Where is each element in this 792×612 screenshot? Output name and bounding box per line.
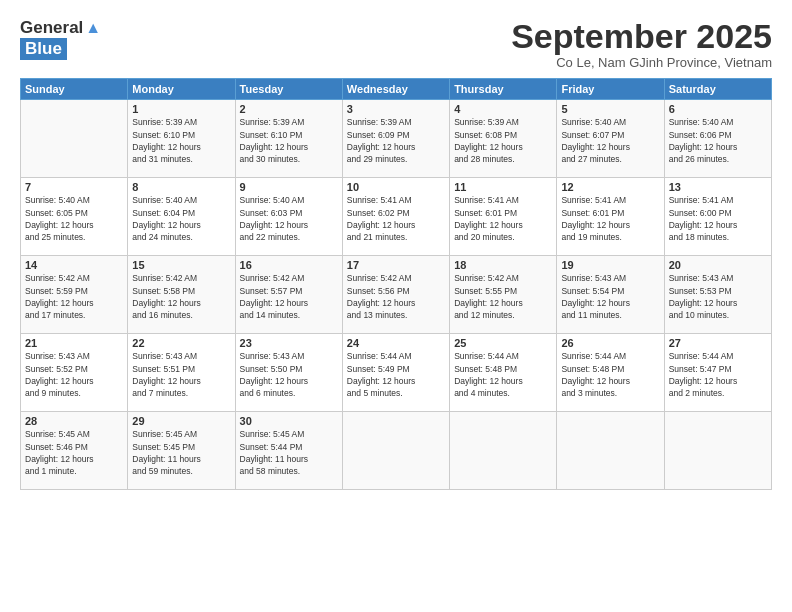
day-number: 20	[669, 259, 767, 271]
subtitle: Co Le, Nam GJinh Province, Vietnam	[511, 55, 772, 70]
day-number: 17	[347, 259, 445, 271]
day-info: Sunrise: 5:40 AM Sunset: 6:05 PM Dayligh…	[25, 194, 123, 243]
day-number: 24	[347, 337, 445, 349]
day-number: 18	[454, 259, 552, 271]
logo-bird-icon: ▲	[85, 19, 101, 37]
day-number: 27	[669, 337, 767, 349]
col-friday: Friday	[557, 79, 664, 100]
day-info: Sunrise: 5:45 AM Sunset: 5:45 PM Dayligh…	[132, 428, 230, 477]
col-sunday: Sunday	[21, 79, 128, 100]
day-cell	[557, 412, 664, 490]
day-number: 25	[454, 337, 552, 349]
day-info: Sunrise: 5:43 AM Sunset: 5:52 PM Dayligh…	[25, 350, 123, 399]
day-cell: 20Sunrise: 5:43 AM Sunset: 5:53 PM Dayli…	[664, 256, 771, 334]
day-info: Sunrise: 5:42 AM Sunset: 5:55 PM Dayligh…	[454, 272, 552, 321]
day-cell: 30Sunrise: 5:45 AM Sunset: 5:44 PM Dayli…	[235, 412, 342, 490]
day-info: Sunrise: 5:41 AM Sunset: 6:00 PM Dayligh…	[669, 194, 767, 243]
day-number: 30	[240, 415, 338, 427]
day-number: 10	[347, 181, 445, 193]
day-info: Sunrise: 5:39 AM Sunset: 6:10 PM Dayligh…	[132, 116, 230, 165]
day-number: 7	[25, 181, 123, 193]
day-cell: 24Sunrise: 5:44 AM Sunset: 5:49 PM Dayli…	[342, 334, 449, 412]
day-cell: 29Sunrise: 5:45 AM Sunset: 5:45 PM Dayli…	[128, 412, 235, 490]
day-cell: 28Sunrise: 5:45 AM Sunset: 5:46 PM Dayli…	[21, 412, 128, 490]
day-number: 26	[561, 337, 659, 349]
day-info: Sunrise: 5:42 AM Sunset: 5:57 PM Dayligh…	[240, 272, 338, 321]
day-number: 15	[132, 259, 230, 271]
day-cell: 13Sunrise: 5:41 AM Sunset: 6:00 PM Dayli…	[664, 178, 771, 256]
day-cell: 26Sunrise: 5:44 AM Sunset: 5:48 PM Dayli…	[557, 334, 664, 412]
day-info: Sunrise: 5:43 AM Sunset: 5:54 PM Dayligh…	[561, 272, 659, 321]
day-cell: 9Sunrise: 5:40 AM Sunset: 6:03 PM Daylig…	[235, 178, 342, 256]
day-cell: 14Sunrise: 5:42 AM Sunset: 5:59 PM Dayli…	[21, 256, 128, 334]
day-number: 21	[25, 337, 123, 349]
day-cell: 10Sunrise: 5:41 AM Sunset: 6:02 PM Dayli…	[342, 178, 449, 256]
day-cell: 23Sunrise: 5:43 AM Sunset: 5:50 PM Dayli…	[235, 334, 342, 412]
day-cell: 6Sunrise: 5:40 AM Sunset: 6:06 PM Daylig…	[664, 100, 771, 178]
page: General ▲ Blue September 2025 Co Le, Nam…	[0, 0, 792, 612]
header-row: Sunday Monday Tuesday Wednesday Thursday…	[21, 79, 772, 100]
day-cell: 17Sunrise: 5:42 AM Sunset: 5:56 PM Dayli…	[342, 256, 449, 334]
day-cell: 5Sunrise: 5:40 AM Sunset: 6:07 PM Daylig…	[557, 100, 664, 178]
week-row-1: 1Sunrise: 5:39 AM Sunset: 6:10 PM Daylig…	[21, 100, 772, 178]
day-info: Sunrise: 5:43 AM Sunset: 5:51 PM Dayligh…	[132, 350, 230, 399]
day-cell: 18Sunrise: 5:42 AM Sunset: 5:55 PM Dayli…	[450, 256, 557, 334]
day-info: Sunrise: 5:45 AM Sunset: 5:46 PM Dayligh…	[25, 428, 123, 477]
col-saturday: Saturday	[664, 79, 771, 100]
day-info: Sunrise: 5:39 AM Sunset: 6:10 PM Dayligh…	[240, 116, 338, 165]
day-info: Sunrise: 5:41 AM Sunset: 6:01 PM Dayligh…	[561, 194, 659, 243]
day-number: 16	[240, 259, 338, 271]
day-cell: 19Sunrise: 5:43 AM Sunset: 5:54 PM Dayli…	[557, 256, 664, 334]
day-number: 2	[240, 103, 338, 115]
day-number: 1	[132, 103, 230, 115]
day-info: Sunrise: 5:42 AM Sunset: 5:56 PM Dayligh…	[347, 272, 445, 321]
logo-general-text: General	[20, 18, 83, 38]
day-info: Sunrise: 5:44 AM Sunset: 5:48 PM Dayligh…	[561, 350, 659, 399]
col-monday: Monday	[128, 79, 235, 100]
logo: General ▲ Blue	[20, 18, 101, 60]
day-info: Sunrise: 5:45 AM Sunset: 5:44 PM Dayligh…	[240, 428, 338, 477]
day-info: Sunrise: 5:43 AM Sunset: 5:53 PM Dayligh…	[669, 272, 767, 321]
header: General ▲ Blue September 2025 Co Le, Nam…	[20, 18, 772, 70]
day-info: Sunrise: 5:44 AM Sunset: 5:47 PM Dayligh…	[669, 350, 767, 399]
day-cell: 15Sunrise: 5:42 AM Sunset: 5:58 PM Dayli…	[128, 256, 235, 334]
week-row-4: 21Sunrise: 5:43 AM Sunset: 5:52 PM Dayli…	[21, 334, 772, 412]
day-cell: 12Sunrise: 5:41 AM Sunset: 6:01 PM Dayli…	[557, 178, 664, 256]
day-info: Sunrise: 5:39 AM Sunset: 6:09 PM Dayligh…	[347, 116, 445, 165]
month-title: September 2025	[511, 18, 772, 55]
day-cell: 3Sunrise: 5:39 AM Sunset: 6:09 PM Daylig…	[342, 100, 449, 178]
week-row-2: 7Sunrise: 5:40 AM Sunset: 6:05 PM Daylig…	[21, 178, 772, 256]
col-thursday: Thursday	[450, 79, 557, 100]
day-number: 11	[454, 181, 552, 193]
day-info: Sunrise: 5:40 AM Sunset: 6:06 PM Dayligh…	[669, 116, 767, 165]
day-number: 5	[561, 103, 659, 115]
day-number: 19	[561, 259, 659, 271]
day-cell: 21Sunrise: 5:43 AM Sunset: 5:52 PM Dayli…	[21, 334, 128, 412]
day-cell	[664, 412, 771, 490]
col-wednesday: Wednesday	[342, 79, 449, 100]
day-number: 3	[347, 103, 445, 115]
day-cell: 8Sunrise: 5:40 AM Sunset: 6:04 PM Daylig…	[128, 178, 235, 256]
day-number: 13	[669, 181, 767, 193]
day-cell: 7Sunrise: 5:40 AM Sunset: 6:05 PM Daylig…	[21, 178, 128, 256]
day-number: 22	[132, 337, 230, 349]
day-cell: 27Sunrise: 5:44 AM Sunset: 5:47 PM Dayli…	[664, 334, 771, 412]
day-cell: 2Sunrise: 5:39 AM Sunset: 6:10 PM Daylig…	[235, 100, 342, 178]
day-cell	[450, 412, 557, 490]
day-cell: 22Sunrise: 5:43 AM Sunset: 5:51 PM Dayli…	[128, 334, 235, 412]
logo-blue-box: Blue	[20, 38, 67, 60]
day-info: Sunrise: 5:44 AM Sunset: 5:48 PM Dayligh…	[454, 350, 552, 399]
day-number: 28	[25, 415, 123, 427]
calendar-table: Sunday Monday Tuesday Wednesday Thursday…	[20, 78, 772, 490]
day-number: 9	[240, 181, 338, 193]
day-info: Sunrise: 5:40 AM Sunset: 6:04 PM Dayligh…	[132, 194, 230, 243]
day-number: 29	[132, 415, 230, 427]
day-cell: 1Sunrise: 5:39 AM Sunset: 6:10 PM Daylig…	[128, 100, 235, 178]
day-cell: 16Sunrise: 5:42 AM Sunset: 5:57 PM Dayli…	[235, 256, 342, 334]
day-cell: 25Sunrise: 5:44 AM Sunset: 5:48 PM Dayli…	[450, 334, 557, 412]
day-cell: 4Sunrise: 5:39 AM Sunset: 6:08 PM Daylig…	[450, 100, 557, 178]
col-tuesday: Tuesday	[235, 79, 342, 100]
day-info: Sunrise: 5:43 AM Sunset: 5:50 PM Dayligh…	[240, 350, 338, 399]
day-info: Sunrise: 5:42 AM Sunset: 5:59 PM Dayligh…	[25, 272, 123, 321]
day-info: Sunrise: 5:40 AM Sunset: 6:07 PM Dayligh…	[561, 116, 659, 165]
